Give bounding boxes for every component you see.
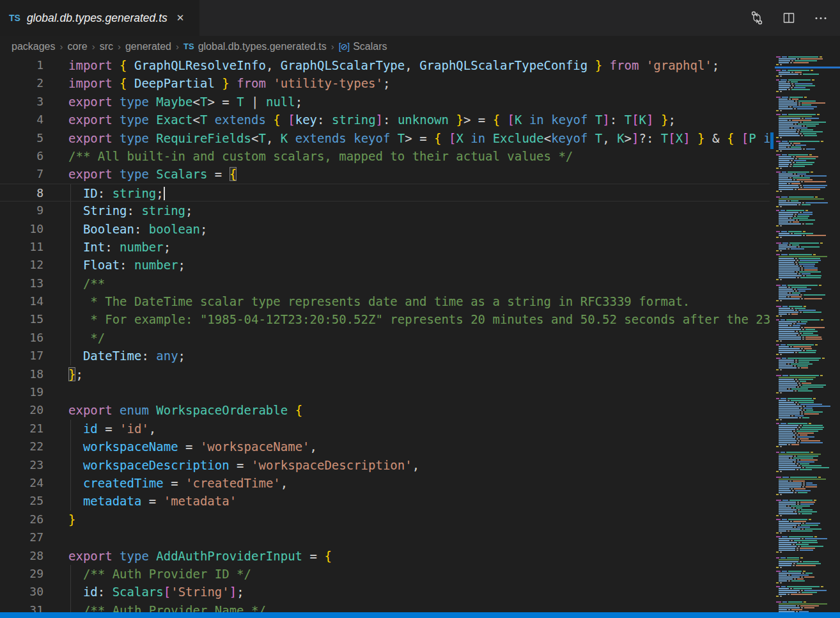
code-line[interactable]: 26} [0,511,770,528]
minimap-row [779,321,809,322]
more-actions-icon[interactable] [813,10,828,26]
line-number[interactable]: 8 [0,184,43,201]
breadcrumb-item-symbol[interactable]: Scalars [353,41,387,52]
code-line[interactable]: 14 * The DateTime scalar type represents… [0,292,770,310]
breadcrumb-separator: › [118,41,121,52]
minimap-row [776,423,813,424]
line-number[interactable]: 5 [0,129,43,147]
code-line[interactable]: 24 createdTime = 'createdTime', [0,474,770,492]
code-line[interactable]: 5export type RequireFields<T, K extends … [0,129,770,147]
line-number[interactable]: 31 [0,601,43,612]
code-line[interactable]: 31 /** Auth Provider Name */ [0,601,770,612]
code-line[interactable]: 9 String: string; [0,202,770,219]
minimap-row [779,85,816,86]
code-line[interactable]: 12 Float: number; [0,256,770,274]
line-number[interactable]: 6 [0,147,43,165]
minimap-row [776,344,819,345]
line-number[interactable]: 26 [0,511,43,528]
breadcrumb-item-folder[interactable]: packages [12,41,56,52]
breadcrumb-separator: › [60,41,63,52]
line-number[interactable]: 24 [0,474,43,492]
breadcrumb-item-folder[interactable]: core [68,41,88,52]
code-line[interactable]: 13 /** [0,274,770,292]
line-number[interactable]: 28 [0,547,43,565]
line-number[interactable]: 4 [0,111,43,129]
code-text: export type Exact<T extends { [key: stri… [43,111,676,129]
line-number[interactable]: 27 [0,528,43,546]
minimap[interactable] [775,56,840,613]
minimap-row [779,411,824,413]
code-line[interactable]: 7export type Scalars = { [0,165,770,183]
line-number[interactable]: 13 [0,274,43,292]
code-line[interactable]: 4export type Exact<T extends { [key: str… [0,111,770,129]
line-number[interactable]: 10 [0,220,43,238]
line-number[interactable]: 3 [0,93,43,111]
breadcrumb-item-file[interactable]: global.db.types.generated.ts [198,41,327,52]
minimap-row [776,91,783,92]
code-editor[interactable]: 1import { GraphQLResolveInfo, GraphQLSca… [0,56,770,612]
minimap-row [776,242,824,244]
minimap-row [779,212,814,213]
code-line[interactable]: 11 Int: number; [0,238,770,256]
minimap-row [779,164,814,165]
minimap-row [779,106,818,107]
code-text: Boolean: boolean; [43,220,207,238]
code-line[interactable]: 16 */ [0,329,770,347]
line-number[interactable]: 25 [0,492,43,510]
code-line[interactable]: 21 id = 'id', [0,420,770,438]
editor-tab[interactable]: TS global.db.types.generated.ts ✕ [0,0,199,36]
minimap-row [776,64,783,65]
code-line[interactable]: 17 DateTime: any; [0,347,770,365]
split-editor-icon[interactable] [781,10,797,26]
code-line[interactable]: 27 [0,528,770,546]
minimap-row [779,429,824,430]
line-number[interactable]: 20 [0,401,43,419]
line-number[interactable]: 11 [0,238,43,256]
line-number[interactable]: 15 [0,310,43,328]
minimap-row [779,352,817,353]
open-changes-icon[interactable] [749,10,765,26]
editor-actions [749,0,840,36]
code-line[interactable]: 23 workspaceDescription = 'workspaceDesc… [0,456,770,474]
breadcrumb-item-folder[interactable]: generated [125,41,171,52]
code-line[interactable]: 8 ID: string; [0,184,770,202]
code-line[interactable]: 25 metadata = 'metadata' [0,492,770,510]
code-line[interactable]: 1import { GraphQLResolveInfo, GraphQLSca… [0,56,770,74]
code-line[interactable]: 6/** All built-in and custom scalars, ma… [0,147,770,165]
line-number[interactable]: 21 [0,420,43,438]
line-number[interactable]: 18 [0,365,43,383]
line-number[interactable]: 17 [0,347,43,365]
code-line[interactable]: 28export type AddAuthProviderInput = { [0,547,770,565]
code-line[interactable]: 20export enum WorkspaceOrderable { [0,401,770,419]
line-number[interactable]: 9 [0,202,43,219]
line-number[interactable]: 2 [0,74,43,92]
minimap-row [779,269,819,271]
code-line[interactable]: 15 * For example: "1985-04-12T23:20:50.5… [0,310,770,328]
code-line[interactable]: 2import { DeepPartial } from 'utility-ty… [0,74,770,92]
code-line[interactable]: 22 workspaceName = 'workspaceName', [0,438,770,456]
indent-guide [70,274,71,292]
line-number[interactable]: 22 [0,438,43,456]
line-number[interactable]: 23 [0,456,43,474]
breadcrumb-item-folder[interactable]: src [100,41,113,52]
minimap-row [779,338,823,340]
line-number[interactable]: 1 [0,56,43,74]
code-line[interactable]: 10 Boolean: boolean; [0,220,770,238]
minimap-row [779,457,814,459]
code-line[interactable]: 30 id: Scalars['String']; [0,583,770,601]
line-number[interactable]: 12 [0,256,43,274]
minimap-row [779,367,809,368]
minimap-row [779,308,807,309]
line-number[interactable]: 14 [0,292,43,310]
code-line[interactable]: 18}; [0,365,770,383]
line-number[interactable]: 16 [0,329,43,347]
line-number[interactable]: 30 [0,583,43,601]
line-number[interactable]: 19 [0,383,43,401]
line-number[interactable]: 29 [0,565,43,583]
code-line[interactable]: 29 /** Auth Provider ID */ [0,565,770,583]
code-line[interactable]: 19 [0,383,770,401]
close-tab-icon[interactable]: ✕ [176,12,185,24]
code-line[interactable]: 3export type Maybe<T> = T | null; [0,93,770,111]
line-number[interactable]: 7 [0,165,43,183]
minimap-row [779,502,816,503]
